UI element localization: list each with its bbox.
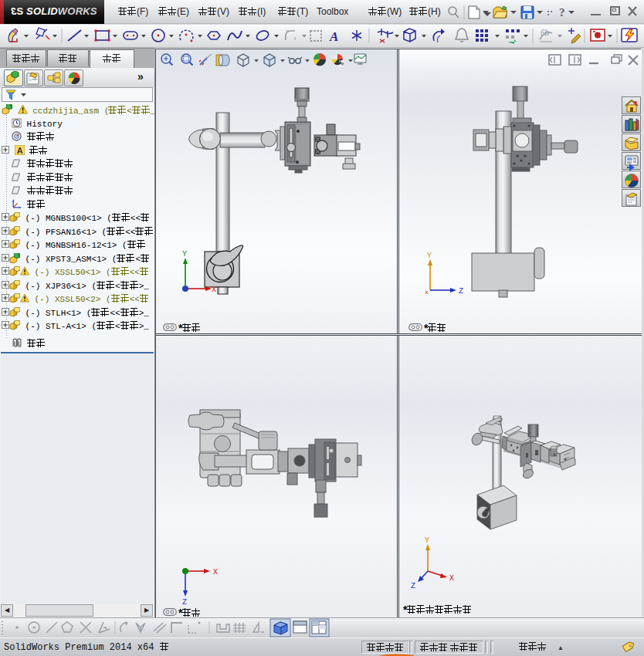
svg-text:X: X: [449, 574, 454, 583]
svg-text:X: X: [213, 568, 218, 577]
svg-text:?: ?: [559, 6, 565, 19]
svg-text:Y: Y: [427, 252, 432, 260]
svg-text:X: X: [212, 286, 216, 294]
svg-text:6b: 6b: [541, 29, 550, 37]
svg-text:Y: Y: [182, 250, 187, 259]
svg-text:Z: Z: [411, 582, 415, 590]
svg-text:Y: Y: [425, 536, 429, 545]
svg-text:A: A: [329, 29, 338, 44]
svg-text:Z: Z: [459, 287, 463, 296]
svg-text:x: x: [425, 289, 429, 296]
